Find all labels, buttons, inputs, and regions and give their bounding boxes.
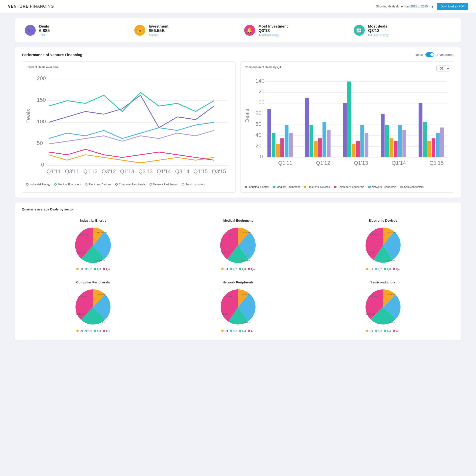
svg-rect-47 [314,141,318,157]
svg-text:200: 200 [37,75,46,81]
comp-legend-medical: Medical Equipment [273,185,300,188]
svg-text:Q4, 26.03%: Q4, 26.03% [242,232,251,234]
pie-electronic-svg: Q1, 20.72% Q4, 25.29% Q2, 31.94% Q3, 22.… [363,225,403,265]
most-investment-icon: 🔔 [244,25,255,36]
kpi-most-investment-value: Q3'13 [259,28,288,33]
svg-text:40: 40 [256,132,262,138]
svg-text:Q2, 31.94%: Q2, 31.94% [366,251,375,253]
pie-semi-legend: Q1 Q2 Q3 Q4 [366,329,400,332]
svg-rect-42 [285,125,288,157]
svg-text:Q1, 21.04%: Q1, 21.04% [223,296,233,298]
svg-text:Q1'13: Q1'13 [354,160,368,166]
svg-text:Q4, 26.16%: Q4, 26.16% [387,293,396,295]
svg-rect-67 [423,122,427,157]
comparison-chart-box: Comparison of Deals by Q1 Q1Q2Q3Q4 140 1… [240,61,454,193]
header: VENTURE FINANCING Showing deals done fro… [0,0,476,13]
pie-network-svg: Q1, 21.04% Q4, 26.52% Q2, 28% Q3, 24.44% [218,287,258,327]
svg-text:Q1, 20.98%: Q1, 20.98% [79,234,88,236]
quarter-select[interactable]: Q1Q2Q3Q4 [436,66,450,71]
svg-rect-38 [268,109,271,157]
svg-text:Q3, 24.67%: Q3, 24.67% [96,260,105,262]
quarterly-title: Quarterly average Deals by sector [22,207,454,211]
year-to: 2015 [421,5,428,8]
deals-investments-toggle[interactable] [425,52,434,57]
svg-text:Q1'15: Q1'15 [193,168,208,174]
pie-computer-svg: Q1, 23.82% Q4, 24.94% Q2, 24.49% Q3, 26.… [73,287,113,327]
svg-text:Q1'11: Q1'11 [278,160,292,166]
pie-industrial-svg: Q1, 20.98% Q4, 29.72% Q2, 24.62% Q3, 24.… [73,225,113,265]
kpi-investment-title: Investment [149,24,168,28]
svg-rect-50 [327,130,330,157]
performance-section: Performance of Venture Financing Deals I… [15,47,461,198]
pie-network-label: Network Peripherals [222,280,254,284]
comp-legend-electronic: Electronic Devices [304,185,330,188]
svg-text:140: 140 [256,78,265,84]
pie-grid: Industrial Energy Q1, 20.98% Q4, 29.72% … [22,216,454,335]
svg-rect-45 [305,98,309,157]
svg-rect-55 [356,141,360,157]
svg-text:Q4, 26.52%: Q4, 26.52% [242,293,251,295]
svg-rect-71 [440,128,444,157]
legend-dot-network [149,183,152,186]
svg-rect-57 [365,133,368,157]
svg-text:Q2, 27.23%: Q2, 27.23% [221,251,230,253]
pie-medical-label: Medical Equipment [223,219,253,222]
trend-chart-box: Trend of Deals over time 200 150 100 50 … [22,61,236,193]
svg-text:Q4, 25.29%: Q4, 25.29% [387,232,396,234]
year-from: 2011 [410,5,417,8]
svg-rect-49 [323,122,326,157]
header-right: Showing deals done from 2011 to 2015 ▼ D… [376,3,468,10]
kpi-most-deals-title: Most deals [368,24,389,28]
legend-industrial: Industrial Energy [26,183,50,186]
pie-network-legend: Q1 Q2 Q3 Q4 [221,329,255,332]
svg-rect-56 [360,125,364,157]
kpi-deals-title: Deals [39,24,50,28]
pie-semi-svg: Q1, 25.32% Q4, 26.16% Q2, 24.49% Q3, 24.… [363,287,403,327]
download-button[interactable]: Download as PDF [437,3,468,10]
comp-legend-industrial: Industrial Energy [245,185,269,188]
svg-text:Q1'15: Q1'15 [429,160,444,166]
svg-text:150: 150 [37,97,46,103]
svg-text:100: 100 [37,118,46,125]
pie-computer: Computer Peripherals Q1, 23.82% Q4, 24.9… [22,278,164,335]
comparison-legend: Industrial Energy Medical Equipment Elec… [245,185,450,188]
svg-text:Q2, 24.49%: Q2, 24.49% [366,313,375,315]
logo-light: FINANCING [29,4,54,8]
kpi-most-investment-sub: Industrial Energy [259,34,288,36]
svg-text:Q1, 25.32%: Q1, 25.32% [367,296,377,298]
svg-text:80: 80 [256,110,262,116]
svg-text:Q1'12: Q1'12 [83,168,97,174]
pie-semi-label: Semiconductors [370,280,396,284]
svg-rect-52 [343,103,347,157]
svg-rect-53 [347,82,351,157]
pie-computer-label: Computer Peripherals [76,280,110,284]
svg-rect-43 [289,133,293,157]
svg-rect-59 [381,114,385,157]
filter-icon[interactable]: ▼ [431,4,434,8]
svg-text:Q1'13: Q1'13 [120,168,134,174]
kpi-most-deals: 🔄 Most deals Q3'13 Industrial Energy [346,24,451,36]
kpi-most-investment: 🔔 Most Investment Q3'13 Industrial Energ… [236,24,342,36]
svg-rect-39 [272,133,275,157]
svg-text:Q1, 23.88%: Q1, 23.88% [222,234,232,236]
svg-text:Q1'14: Q1'14 [392,160,406,166]
deals-icon: 🏷 [25,25,36,36]
comparison-chart-svg: 140 120 100 80 60 40 20 0 Deals [245,74,450,182]
svg-text:Q3, 22.05%: Q3, 22.05% [386,260,395,262]
pie-electronic-legend: Q1 Q2 Q3 Q4 [366,268,400,271]
most-deals-icon: 🔄 [354,25,365,36]
kpi-most-deals-value: Q3'13 [368,28,389,33]
svg-rect-54 [352,144,355,157]
svg-rect-48 [318,138,322,157]
comp-legend-computer: Computer Peripherals [334,185,364,188]
svg-rect-63 [398,125,402,157]
pie-electronic-label: Electronic Devices [369,219,397,222]
pie-electronic: Electronic Devices Q1, 20.72% Q4, 25.29%… [312,216,454,273]
legend-network: Network Peripherals [149,183,178,186]
svg-text:Q3, 22.86%: Q3, 22.86% [241,260,250,262]
svg-text:Q3'14: Q3'14 [175,168,189,174]
kpi-most-investment-title: Most Investment [259,24,288,28]
svg-rect-61 [389,138,393,157]
kpi-investment-content: Investment $56.55B Amount [149,24,168,36]
svg-rect-41 [280,138,284,157]
